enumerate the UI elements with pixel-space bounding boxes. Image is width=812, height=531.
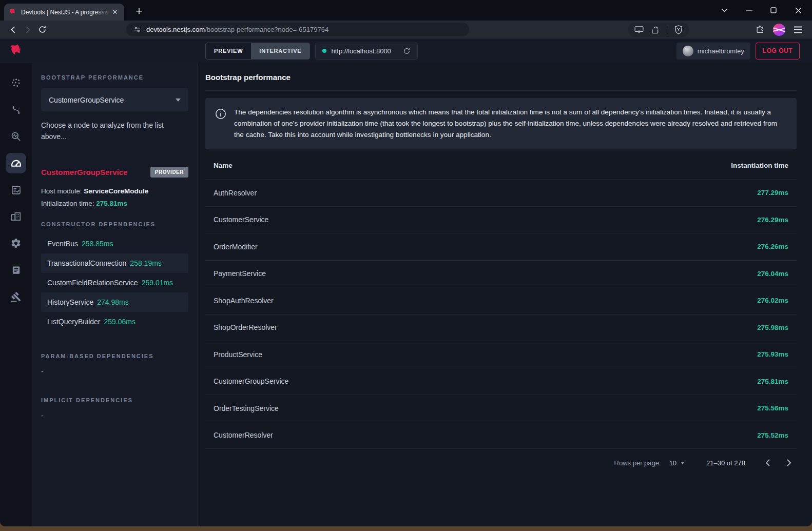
site-settings-icon[interactable] (133, 26, 141, 33)
icon-sidebar (0, 63, 32, 526)
back-button[interactable] (6, 23, 21, 37)
next-page-button[interactable] (781, 455, 797, 470)
row-time: 275.81ms (757, 378, 788, 385)
node-select[interactable]: CustomerGroupService (41, 88, 188, 111)
table-row[interactable]: ProductService 275.93ms (205, 341, 797, 368)
table-row[interactable]: PaymentService 276.04ms (205, 260, 797, 287)
panel-hint: Choose a node to analyze from the list a… (41, 120, 188, 142)
share-icon[interactable] (651, 26, 660, 34)
row-name: OrderModifier (214, 243, 258, 251)
checklist-icon[interactable] (6, 180, 26, 200)
browser-profile-avatar[interactable] (773, 24, 785, 36)
table-row[interactable]: CustomerService 276.29ms (205, 206, 797, 233)
brave-shields-icon[interactable] (674, 25, 683, 34)
host-module-value: ServiceCoreModule (84, 187, 148, 195)
target-url-box[interactable]: http://localhost:8000 (315, 43, 417, 60)
selected-node-name: CustomerGroupService (41, 168, 127, 176)
table-row[interactable]: ShopOrderResolver 275.98ms (205, 314, 797, 341)
header-right: michaelbromley LOG OUT (676, 43, 812, 60)
dependency-item[interactable]: TransactionalConnection 258.19ms (41, 253, 188, 273)
dependency-time: 258.85ms (82, 240, 113, 248)
nestjs-favicon-icon (8, 8, 17, 16)
close-window-button[interactable] (789, 3, 807, 18)
tab-search-icon[interactable] (716, 3, 733, 18)
user-chip[interactable]: michaelbromley (676, 43, 750, 60)
toolbar-action-cluster (628, 23, 689, 37)
dependency-name: TransactionalConnection (47, 259, 126, 267)
row-name: AuthResolver (214, 189, 257, 197)
dependency-name: HistoryService (47, 298, 93, 306)
dependency-item[interactable]: HistoryService 274.98ms (41, 292, 188, 312)
implicit-deps-empty: - (41, 411, 188, 420)
main-content: Bootstrap performance The dependencies r… (198, 63, 812, 526)
table-row[interactable]: OrderModifier 276.26ms (205, 233, 797, 260)
tab-title-fade (95, 4, 110, 21)
table-row[interactable]: OrderTestingService 275.56ms (205, 395, 797, 422)
table-row[interactable]: CustomerResolver 275.52ms (205, 422, 797, 449)
address-bar[interactable]: devtools.nestjs.com/bootstrap-performanc… (126, 23, 469, 36)
preview-tab[interactable]: PREVIEW (206, 43, 251, 59)
forward-button[interactable] (21, 23, 35, 37)
new-tab-button[interactable]: + (131, 4, 147, 19)
modules-icon[interactable] (6, 206, 26, 227)
rows-per-page-select[interactable]: 10 (669, 459, 685, 467)
row-name: ShopAuthResolver (214, 297, 274, 305)
reading-mode-icon[interactable] (634, 26, 644, 33)
tab-close-icon[interactable]: ✕ (110, 7, 120, 17)
performance-icon[interactable] (6, 153, 26, 173)
row-name: ShopOrderResolver (214, 323, 277, 331)
settings-icon[interactable] (6, 233, 26, 253)
row-name: CustomerResolver (214, 431, 273, 439)
url-text: devtools.nestjs.com/bootstrap-performanc… (146, 26, 328, 33)
url-path: /bootstrap-performance?node=-65179764 (205, 26, 328, 33)
routes-icon[interactable] (6, 100, 26, 120)
table-header: Name Instantiation time (205, 151, 797, 179)
row-time: 277.29ms (757, 189, 788, 196)
row-name: CustomerGroupService (214, 377, 288, 385)
connection-status-dot (322, 49, 326, 53)
col-instantiation-time: Instantiation time (731, 162, 788, 169)
constructor-deps-title: CONSTRUCTOR DEPENDENCIES (41, 221, 188, 227)
target-url: http://localhost:8000 (331, 47, 391, 55)
dependency-item[interactable]: ListQueryBuilder 259.06ms (41, 312, 188, 331)
gavel-icon[interactable] (6, 286, 26, 307)
maximize-button[interactable] (765, 3, 782, 18)
content: BOOTSTRAP PERFORMANCE CustomerGroupServi… (0, 63, 812, 526)
dependency-time: 259.01ms (142, 279, 173, 287)
dependency-time: 258.19ms (130, 259, 161, 267)
table-row[interactable]: ShopAuthResolver 276.02ms (205, 287, 797, 314)
row-time: 275.56ms (757, 404, 788, 412)
browser-tab[interactable]: Devtools | NestJS - A progressive ✕ (4, 4, 124, 21)
graph-icon[interactable] (6, 73, 26, 93)
insights-icon[interactable] (6, 126, 26, 147)
logout-button[interactable]: LOG OUT (756, 43, 800, 60)
reload-button[interactable] (35, 23, 49, 37)
panel-section-title: BOOTSTRAP PERFORMANCE (41, 74, 188, 81)
init-time-value: 275.81ms (96, 200, 127, 207)
pagination: Rows per page: 10 21–30 of 278 (205, 449, 797, 477)
menu-icon[interactable] (794, 26, 803, 33)
dependency-item[interactable]: CustomFieldRelationService 259.01ms (41, 273, 188, 292)
page-title: Bootstrap performance (205, 73, 797, 91)
browser-window: Devtools | NestJS - A progressive ✕ + de… (0, 0, 812, 526)
init-time-row: Initialization time: 275.81ms (41, 200, 188, 207)
implicit-deps-title: IMPLICIT DEPENDENCIES (41, 397, 188, 403)
docs-icon[interactable] (6, 260, 26, 280)
interactive-tab[interactable]: INTERACTIVE (251, 43, 310, 59)
refresh-target-icon[interactable] (403, 47, 411, 55)
previous-page-button[interactable] (760, 455, 775, 470)
row-time: 275.98ms (757, 324, 788, 331)
info-text: The dependencies resolution algorithm is… (234, 107, 787, 141)
table-row[interactable]: AuthResolver 277.29ms (205, 179, 797, 206)
node-select-value: CustomerGroupService (49, 96, 124, 104)
minimize-button[interactable] (740, 3, 758, 18)
extensions-icon[interactable] (756, 25, 765, 34)
dependency-name: CustomFieldRelationService (47, 279, 138, 287)
dependency-item[interactable]: EventBus 258.85ms (41, 234, 188, 253)
dependency-name: EventBus (47, 240, 78, 248)
window-controls (716, 0, 807, 21)
row-name: OrderTestingService (214, 404, 279, 412)
row-name: PaymentService (214, 269, 266, 278)
row-time: 276.02ms (757, 297, 788, 304)
table-row[interactable]: CustomerGroupService 275.81ms (205, 368, 797, 395)
